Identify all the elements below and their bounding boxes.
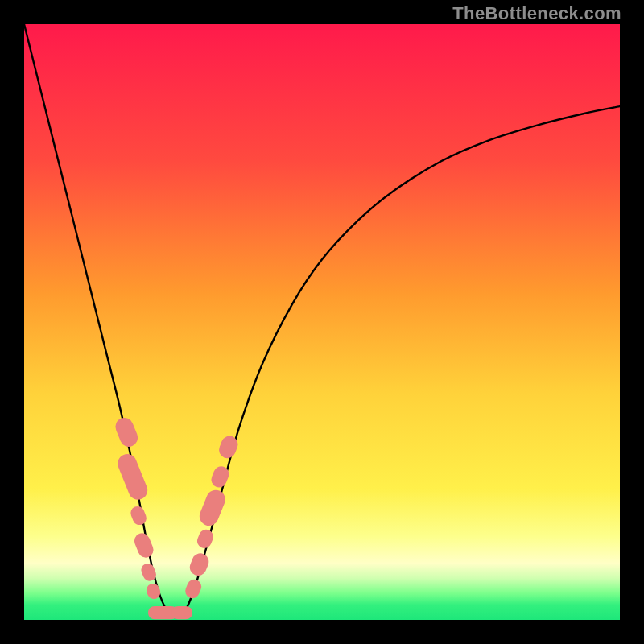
plot-area bbox=[24, 24, 620, 620]
chart-svg bbox=[24, 24, 620, 620]
outer-frame: TheBottleneck.com bbox=[0, 0, 644, 644]
gradient-background bbox=[24, 24, 620, 620]
curve-marker bbox=[171, 606, 192, 619]
watermark-text: TheBottleneck.com bbox=[452, 3, 621, 24]
